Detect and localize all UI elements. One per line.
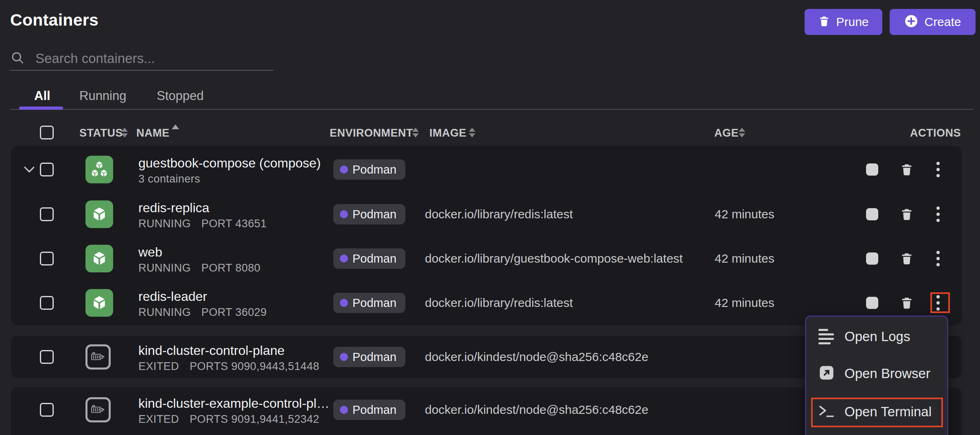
environment-badge: Podman (333, 347, 405, 367)
sort-status-icon[interactable] (121, 128, 128, 137)
page-title: Containers (10, 11, 98, 30)
podman-dot-icon (340, 165, 348, 174)
container-name-block: redis-leader RUNNINGPORT 36029 (138, 281, 267, 325)
image-name: docker.io/library/redis:latest (425, 192, 573, 237)
stop-icon (866, 163, 878, 176)
header-actions: ACTIONS (910, 127, 961, 139)
delete-button[interactable] (897, 293, 917, 313)
container-name-block: kind-cluster-example-control-plane EXITE… (138, 387, 332, 432)
environment-badge: Podman (333, 400, 405, 420)
row-checkbox[interactable] (40, 207, 54, 221)
age-value: 42 minutes (715, 192, 774, 237)
tab-running[interactable]: Running (79, 89, 126, 103)
container-state: RUNNING (138, 260, 191, 276)
container-name: kind-cluster-example-control-plane (138, 395, 332, 411)
environment-label: Podman (352, 252, 396, 265)
header-image: IMAGE (429, 127, 466, 139)
container-name: guestbook-compose (compose) (138, 155, 321, 171)
trash-icon (818, 14, 830, 30)
external-link-icon (818, 365, 835, 383)
create-button-label: Create (924, 15, 961, 29)
kebab-icon (936, 251, 940, 266)
podman-dot-icon (340, 299, 348, 307)
container-name-block: redis-replica RUNNINGPORT 43651 (138, 192, 267, 237)
header-environment: ENVIRONMENT (330, 127, 413, 139)
trash-icon (900, 207, 914, 222)
select-all-checkbox[interactable] (40, 126, 54, 139)
prune-button-label: Prune (836, 15, 868, 29)
container-ports: PORTS 9090,9443,51448 (190, 359, 319, 374)
podman-dot-icon (340, 210, 348, 218)
annotation-box-open-terminal (811, 398, 943, 427)
running-container-icon (85, 245, 113, 272)
exited-container-icon (85, 397, 111, 422)
environment-label: Podman (352, 296, 396, 310)
table-row-web[interactable]: web RUNNINGPORT 8080 Podman docker.io/li… (11, 236, 962, 281)
kebab-icon (936, 162, 940, 177)
sort-name-icon[interactable] (172, 124, 179, 129)
annotation-box-kebab (930, 292, 950, 313)
row-checkbox[interactable] (40, 252, 54, 265)
container-state: RUNNING (138, 304, 191, 320)
environment-label: Podman (352, 208, 396, 221)
search-input[interactable] (35, 50, 256, 67)
environment-badge: Podman (333, 293, 405, 313)
delete-button[interactable] (897, 160, 917, 179)
delete-button[interactable] (897, 249, 917, 268)
tab-all[interactable]: All (34, 89, 50, 103)
stop-button[interactable] (862, 293, 882, 313)
more-actions-button[interactable] (928, 249, 948, 268)
compose-group-icon (85, 156, 113, 183)
active-tab-underline (19, 107, 63, 110)
menu-item-label: Open Logs (844, 329, 910, 344)
environment-badge: Podman (333, 204, 405, 224)
age-value: 42 minutes (715, 236, 774, 281)
stop-button[interactable] (862, 160, 882, 179)
stop-icon (866, 208, 878, 220)
table-row-compose-group[interactable]: guestbook-compose (compose) 3 containers… (11, 147, 962, 192)
chevron-down-icon[interactable] (24, 147, 35, 192)
stop-button[interactable] (862, 249, 882, 268)
image-name: docker.io/kindest/node@sha256:c48c62e (425, 336, 648, 378)
more-actions-button[interactable] (928, 204, 948, 224)
container-ports: PORT 8080 (201, 260, 260, 276)
kebab-icon (936, 207, 940, 222)
trash-icon (900, 162, 914, 177)
row-checkbox[interactable] (40, 296, 54, 310)
sort-image-icon[interactable] (469, 128, 475, 137)
stop-icon (866, 297, 878, 309)
stop-button[interactable] (862, 204, 882, 224)
image-name: docker.io/kindest/node@sha256:c48c62e (425, 387, 648, 432)
container-count: 3 containers (138, 171, 200, 187)
create-button[interactable]: Create (890, 9, 976, 35)
container-name: redis-leader (138, 288, 267, 304)
plus-circle-icon (904, 14, 919, 30)
menu-item-open-logs[interactable]: Open Logs (818, 327, 910, 346)
menu-item-label: Open Browser (844, 366, 930, 381)
logs-icon (818, 329, 835, 344)
podman-dot-icon (340, 254, 348, 263)
container-state: EXITED (138, 411, 179, 427)
sort-environment-icon[interactable] (412, 128, 419, 137)
container-name-block: web RUNNINGPORT 8080 (138, 236, 260, 281)
more-actions-button[interactable] (928, 160, 948, 179)
image-name: docker.io/library/guestbook-compose-web:… (425, 236, 683, 281)
container-name: web (138, 244, 260, 260)
environment-label: Podman (352, 163, 396, 176)
header-age: AGE (714, 127, 739, 139)
row-checkbox[interactable] (40, 403, 54, 417)
image-name: docker.io/library/redis:latest (425, 281, 573, 325)
row-checkbox[interactable] (40, 350, 54, 364)
row-checkbox[interactable] (40, 163, 54, 176)
delete-button[interactable] (897, 204, 917, 224)
tab-stopped[interactable]: Stopped (157, 89, 204, 103)
environment-badge: Podman (333, 159, 405, 180)
sort-age-icon[interactable] (739, 128, 745, 137)
container-name-block: guestbook-compose (compose) 3 containers (138, 147, 321, 192)
menu-item-open-browser[interactable]: Open Browser (818, 364, 930, 383)
prune-button[interactable]: Prune (805, 9, 882, 35)
age-value: 42 minutes (715, 281, 774, 325)
container-name: redis-replica (138, 200, 267, 216)
table-row-redis-replica[interactable]: redis-replica RUNNINGPORT 43651 Podman d… (11, 192, 962, 237)
container-ports: PORTS 9091,9441,52342 (190, 411, 319, 427)
